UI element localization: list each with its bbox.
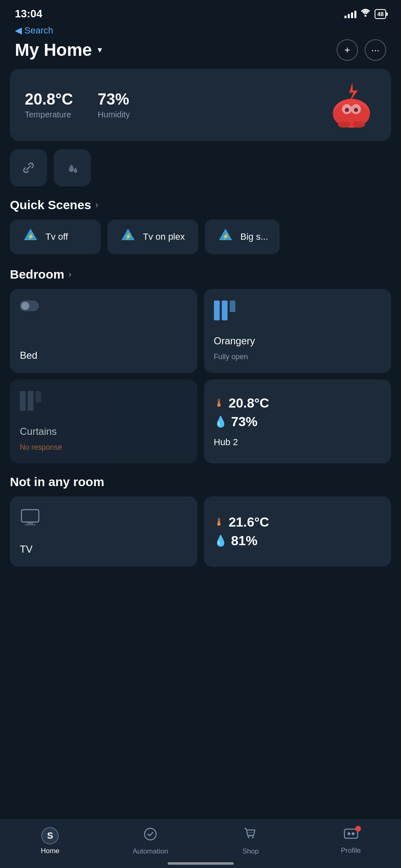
hub2-humidity-value: 73% — [231, 414, 258, 429]
hub2-device-name: Hub 2 — [214, 437, 382, 448]
orangery-device-name: Orangery — [214, 335, 382, 347]
more-options-button[interactable]: ··· — [365, 39, 386, 61]
curtains-device-name: Curtains — [20, 426, 187, 437]
weather-info: 20.8°C Temperature 73% Humidity — [25, 91, 130, 119]
bottom-navigation: S Home Automation Shop — [0, 820, 401, 868]
outdoor-temp-row: 🌡 21.6°C — [214, 515, 382, 530]
svg-rect-21 — [25, 524, 36, 525]
thermometer-icon: 🌡 — [214, 397, 225, 410]
nav-home[interactable]: S Home — [29, 827, 71, 855]
svg-point-0 — [365, 15, 367, 17]
weather-mascot — [327, 82, 376, 128]
scene-tv-plex-label: Tv on plex — [143, 231, 185, 242]
bed-device-card[interactable]: Bed — [10, 289, 197, 373]
dropdown-arrow-icon[interactable]: ▼ — [96, 46, 104, 55]
orangery-blinds-icon — [214, 300, 382, 320]
hub2-humidity-row: 💧 73% — [214, 414, 382, 429]
svg-point-24 — [252, 837, 254, 838]
home-title-container[interactable]: My Home ▼ — [15, 40, 104, 60]
tv-device-card[interactable]: TV — [10, 496, 197, 567]
hub2-temp-row: 🌡 20.8°C — [214, 396, 382, 411]
header-actions: + ··· — [337, 39, 386, 61]
quick-scenes-header[interactable]: Quick Scenes › — [0, 198, 401, 219]
scene-tv-plex[interactable]: ⚡ Tv on plex — [107, 219, 198, 254]
nav-profile-label: Profile — [341, 847, 361, 855]
weather-card: 20.8°C Temperature 73% Humidity — [10, 69, 391, 141]
svg-text:⚡: ⚡ — [27, 233, 35, 240]
svg-point-27 — [351, 832, 354, 835]
scenes-list: ⚡ Tv off ⚡ Tv on plex ⚡ Big s... — [0, 219, 401, 267]
outdoor-sensor-card[interactable]: 🌡 21.6°C 💧 81% — [204, 496, 392, 567]
curtains-device-card[interactable]: Curtains No response — [10, 379, 197, 463]
scene-big-label: Big s... — [240, 231, 268, 242]
svg-line-11 — [24, 170, 26, 172]
not-in-room-title: Not in any room — [10, 475, 104, 489]
bed-switch-icon — [20, 300, 187, 311]
add-device-button[interactable]: + — [337, 39, 358, 61]
curtains-blinds-icon — [20, 391, 187, 411]
home-indicator — [168, 862, 234, 865]
quick-icon-tiles — [0, 149, 401, 198]
signal-icon — [344, 10, 356, 18]
svg-rect-20 — [27, 522, 33, 524]
svg-text:⚡: ⚡ — [125, 233, 132, 240]
nav-shop-label: Shop — [242, 847, 259, 856]
nav-profile[interactable]: Profile — [330, 827, 372, 855]
nav-automation[interactable]: Automation — [130, 827, 171, 856]
scene-tv-off[interactable]: ⚡ Tv off — [10, 219, 101, 254]
outdoor-humidity-value: 81% — [231, 533, 258, 548]
quick-scenes-chevron[interactable]: › — [95, 200, 98, 210]
scene-icon: ⚡ — [21, 227, 40, 247]
search-back[interactable]: ◀ Search — [0, 24, 401, 36]
water-drop-icon: 💧 — [214, 415, 227, 428]
bedroom-devices: Bed Orangery Fully open Curtains No resp… — [0, 289, 401, 475]
nav-shop[interactable]: Shop — [230, 827, 271, 856]
hub2-temp-value: 20.8°C — [229, 396, 269, 411]
water-drop-icon-2: 💧 — [214, 534, 227, 547]
svg-rect-19 — [21, 510, 39, 522]
bed-device-name: Bed — [20, 350, 187, 361]
quick-scenes-title: Quick Scenes — [10, 198, 91, 212]
humidity-value: 73% — [98, 91, 130, 108]
outdoor-temp-value: 21.6°C — [229, 515, 269, 530]
scene-big[interactable]: ⚡ Big s... — [205, 219, 280, 254]
svg-point-10 — [333, 104, 370, 127]
page-header: My Home ▼ + ··· — [0, 36, 401, 69]
bedroom-header[interactable]: Bedroom › — [0, 267, 401, 289]
bedroom-title: Bedroom — [10, 267, 64, 281]
curtains-device-status: No response — [20, 443, 187, 452]
bedroom-chevron[interactable]: › — [69, 269, 71, 280]
nav-automation-label: Automation — [133, 847, 168, 856]
not-in-room-header: Not in any room — [0, 475, 401, 496]
svg-point-22 — [145, 828, 156, 840]
scene-icon: ⚡ — [119, 227, 137, 247]
orangery-device-status: Fully open — [214, 353, 382, 361]
wifi-icon — [361, 9, 370, 19]
home-avatar: S — [41, 827, 59, 844]
outdoor-humidity-row: 💧 81% — [214, 533, 382, 548]
not-in-room-devices: TV 🌡 21.6°C 💧 81% — [0, 496, 401, 578]
humidity-label: Humidity — [98, 110, 130, 119]
page-title: My Home — [15, 40, 92, 60]
automation-icon — [143, 827, 158, 845]
hub2-sensor-card[interactable]: 🌡 20.8°C 💧 73% Hub 2 — [204, 379, 392, 463]
nav-home-label: Home — [41, 847, 59, 855]
profile-icon-container — [343, 827, 359, 844]
profile-notification-badge — [355, 826, 361, 832]
svg-point-26 — [347, 832, 350, 835]
humidity-stat: 73% Humidity — [98, 91, 130, 119]
link-broken-tile[interactable] — [10, 149, 47, 186]
status-bar: 13:04 48 — [0, 0, 401, 24]
orangery-device-card[interactable]: Orangery Fully open — [204, 289, 392, 373]
status-icons: 48 — [344, 9, 386, 19]
battery-icon: 48 — [375, 9, 386, 19]
tv-icon — [20, 508, 187, 528]
temperature-stat: 20.8°C Temperature — [25, 91, 73, 119]
svg-point-23 — [248, 837, 249, 838]
thermometer-icon-2: 🌡 — [214, 516, 225, 529]
water-drops-tile[interactable] — [54, 149, 91, 186]
temperature-value: 20.8°C — [25, 91, 73, 108]
status-time: 13:04 — [15, 7, 43, 20]
svg-line-12 — [31, 164, 33, 165]
temperature-label: Temperature — [25, 110, 73, 119]
